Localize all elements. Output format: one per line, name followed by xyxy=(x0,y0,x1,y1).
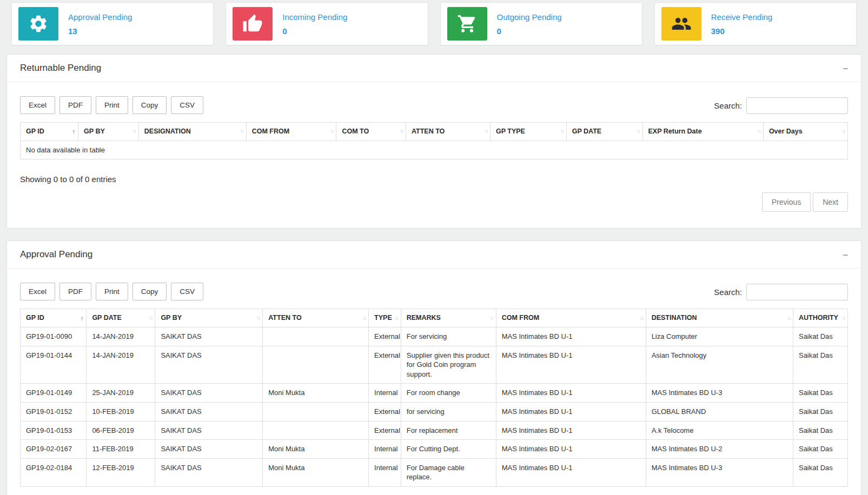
excel-button[interactable]: Excel xyxy=(20,283,55,300)
table-cell: MAS Intimates BD U-1 xyxy=(496,421,646,440)
column-header-gp-by[interactable]: GP BY↑↓ xyxy=(78,123,139,141)
print-button[interactable]: Print xyxy=(96,96,128,114)
csv-button[interactable]: CSV xyxy=(171,96,203,114)
table-cell: SAIKAT DAS xyxy=(155,458,263,486)
stat-card: Incoming Pending0 xyxy=(226,2,428,45)
table-cell: A.k Telocome xyxy=(646,421,793,440)
table-cell: 14-JAN-2019 xyxy=(87,327,155,346)
column-header-over-days[interactable]: Over Days↑↓ xyxy=(763,123,847,141)
pdf-button[interactable]: PDF xyxy=(59,96,91,114)
table-cell: Saikat Das xyxy=(793,421,847,440)
next-page-button[interactable]: Next xyxy=(813,192,848,212)
table-cell: GLOBAL BRAND xyxy=(646,403,793,422)
column-header-type[interactable]: TYPE↑↓ xyxy=(369,309,401,327)
table-row[interactable]: GP19-01-014414-JAN-2019SAIKAT DASExterna… xyxy=(21,346,848,384)
column-header-label: Over Days xyxy=(769,128,803,135)
gear-icon xyxy=(18,7,58,41)
table-row[interactable]: GP19-01-014925-JAN-2019SAIKAT DASMoni Mu… xyxy=(21,384,848,403)
table-cell: Moni Mukta xyxy=(263,440,369,459)
thumbs-up-icon xyxy=(233,7,273,41)
copy-button[interactable]: Copy xyxy=(132,96,167,114)
table-cell: SAIKAT DAS xyxy=(155,384,263,403)
pdf-button[interactable]: PDF xyxy=(59,283,91,300)
collapse-minus-icon[interactable]: – xyxy=(843,64,848,73)
returnable-panel-body: Excel PDF Print Copy CSV Search: GP ID↑G… xyxy=(7,82,861,228)
column-header-atten-to[interactable]: ATTEN TO↑↓ xyxy=(406,123,490,141)
column-header-label: GP ID xyxy=(26,128,44,135)
copy-button[interactable]: Copy xyxy=(132,283,167,300)
sort-both-icon: ↑↓ xyxy=(490,315,493,322)
column-header-designation[interactable]: DESIGNATION↑↓ xyxy=(138,123,246,141)
column-header-gp-id[interactable]: GP ID↑ xyxy=(21,123,78,141)
table-cell: For replacement xyxy=(401,421,496,440)
column-header-label: GP BY xyxy=(161,314,182,322)
table-row[interactable]: GP19-01-009014-JAN-2019SAIKAT DASExterna… xyxy=(21,327,848,346)
column-header-com-from[interactable]: COM FROM↑↓ xyxy=(246,123,336,141)
returnable-panel-title: Returnable Pending xyxy=(20,63,101,73)
table-row[interactable]: GP19-02-016711-FEB-2019SAIKAT DASMoni Mu… xyxy=(21,440,848,459)
approval-panel-body: Excel PDF Print Copy CSV Search: GP ID↑G… xyxy=(7,269,861,495)
search-input[interactable] xyxy=(746,97,848,114)
table-cell: Asian Technology xyxy=(646,346,793,384)
column-header-gp-type[interactable]: GP TYPE↑↓ xyxy=(491,123,567,141)
csv-button[interactable]: CSV xyxy=(171,283,203,300)
search-input[interactable] xyxy=(746,284,848,300)
stat-card-value: 13 xyxy=(68,26,132,36)
table-header-row: GP ID↑GP BY↑↓DESIGNATION↑↓COM FROM↑↓COM … xyxy=(21,123,848,141)
column-header-gp-date[interactable]: GP DATE↑↓ xyxy=(87,309,155,327)
column-header-exp-return-date[interactable]: EXP Return Date↑↓ xyxy=(642,123,763,141)
sort-ascending-icon: ↑ xyxy=(72,128,76,136)
sort-both-icon: ↑↓ xyxy=(149,315,152,322)
collapse-minus-icon[interactable]: – xyxy=(843,250,848,259)
column-header-gp-date[interactable]: GP DATE↑↓ xyxy=(566,123,642,141)
table-cell: Saikat Das xyxy=(793,458,847,486)
column-header-com-to[interactable]: COM TO↑↓ xyxy=(336,123,406,141)
sort-both-icon: ↑↓ xyxy=(362,315,366,322)
table-cell: 14-JAN-2019 xyxy=(87,346,155,384)
column-header-atten-to[interactable]: ATTEN TO↑↓ xyxy=(263,309,369,327)
sort-both-icon: ↑↓ xyxy=(256,315,260,322)
column-header-authority[interactable]: AUTHORITY↑↓ xyxy=(793,309,847,327)
table-row[interactable]: GP19-01-015210-FEB-2019SAIKAT DASExterna… xyxy=(21,403,848,422)
table-cell: External xyxy=(369,327,401,346)
sort-both-icon: ↑↓ xyxy=(330,128,333,136)
table-cell: GP19-02-0167 xyxy=(21,440,87,459)
stat-card-label[interactable]: Receive Pending xyxy=(711,12,772,22)
stat-card-text: Approval Pending13 xyxy=(68,12,132,36)
column-header-label: GP BY xyxy=(84,128,105,135)
table-cell: GP19-01-0090 xyxy=(21,327,87,346)
stat-card-value: 0 xyxy=(497,26,562,36)
column-header-label: GP ID xyxy=(26,314,44,322)
column-header-label: TYPE xyxy=(374,314,392,322)
column-header-gp-id[interactable]: GP ID↑ xyxy=(21,309,87,327)
column-header-com-from[interactable]: COM FROM↑↓ xyxy=(496,309,646,327)
approval-panel-title: Approval Pending xyxy=(20,249,92,260)
dashboard-page: Approval Pending13Incoming Pending0Outgo… xyxy=(0,0,868,495)
table-cell: 06-FEB-2019 xyxy=(87,421,155,440)
table-row[interactable]: GP19-02-018412-FEB-2019SAIKAT DASMoni Mu… xyxy=(21,458,848,486)
excel-button[interactable]: Excel xyxy=(20,96,55,114)
table-cell: SAIKAT DAS xyxy=(155,421,263,440)
table-cell xyxy=(263,327,369,346)
table-cell: MAS Intimates BD U-1 xyxy=(496,403,646,422)
table-row[interactable]: GP19-01-015306-FEB-2019SAIKAT DASExterna… xyxy=(21,421,848,440)
stat-card: Outgoing Pending0 xyxy=(440,2,642,45)
sort-both-icon: ↑↓ xyxy=(842,315,845,322)
stat-card-label[interactable]: Outgoing Pending xyxy=(497,12,562,22)
print-button[interactable]: Print xyxy=(96,283,128,300)
stat-card-label[interactable]: Approval Pending xyxy=(68,12,132,22)
table-cell: Saikat Das xyxy=(793,440,847,459)
stat-card-label[interactable]: Incoming Pending xyxy=(282,12,347,22)
returnable-table-toolbar: Excel PDF Print Copy CSV Search: xyxy=(20,96,848,114)
table-cell: Liza Computer xyxy=(646,327,793,346)
sort-both-icon: ↑↓ xyxy=(757,128,760,136)
table-cell: 25-JAN-2019 xyxy=(87,384,155,403)
column-header-destination[interactable]: DESTINATION↑↓ xyxy=(646,309,793,327)
column-header-label: GP DATE xyxy=(572,128,601,135)
previous-page-button[interactable]: Previous xyxy=(762,192,811,212)
table-cell: 11-FEB-2019 xyxy=(87,440,155,459)
column-header-remarks[interactable]: REMARKS↑↓ xyxy=(401,309,496,327)
column-header-gp-by[interactable]: GP BY↑↓ xyxy=(155,309,263,327)
stat-card-text: Outgoing Pending0 xyxy=(497,12,562,36)
table-info-text: Showing 0 to 0 of 0 entries xyxy=(20,175,848,184)
